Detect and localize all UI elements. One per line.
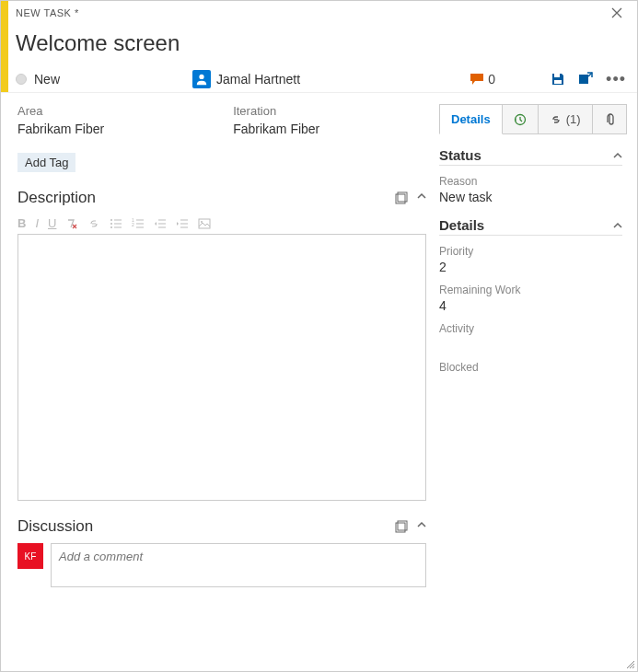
indent-button[interactable] [176, 217, 189, 230]
title-row: Welcome screen [1, 25, 637, 65]
bullet-list-button[interactable] [110, 217, 122, 230]
state-dot-icon [16, 74, 27, 85]
image-button[interactable] [198, 217, 211, 230]
work-item-type-stripe [1, 25, 8, 65]
activity-label: Activity [439, 322, 622, 335]
number-list-button[interactable]: 12 [132, 217, 145, 230]
right-pane: Details (1) Status [439, 93, 637, 671]
state-field[interactable]: New [8, 72, 192, 87]
area-field[interactable]: Area Fabrikam Fiber [17, 104, 104, 136]
comment-input[interactable] [51, 543, 426, 587]
work-item-type-stripe [1, 65, 8, 92]
iteration-value: Fabrikam Fiber [233, 122, 319, 136]
breadcrumb: NEW TASK * [8, 7, 606, 18]
add-tag-button[interactable]: Add Tag [17, 153, 75, 172]
save-icon [551, 72, 565, 87]
refresh-button[interactable] [578, 72, 593, 87]
more-actions-button[interactable]: ••• [606, 75, 626, 84]
collapse-button[interactable] [613, 151, 622, 160]
classification-fields: Area Fabrikam Fiber Iteration Fabrikam F… [17, 104, 426, 136]
status-section: Status Reason New task [439, 147, 622, 204]
collapse-button[interactable] [417, 191, 426, 204]
svg-point-8 [110, 226, 112, 228]
clear-format-icon [65, 217, 78, 230]
comment-icon [470, 73, 484, 86]
comments-number: 0 [488, 72, 495, 87]
assignee-field[interactable]: Jamal Hartnett [192, 70, 470, 88]
outdent-icon [154, 217, 167, 230]
history-icon [514, 113, 527, 126]
collapse-button[interactable] [417, 520, 426, 533]
chevron-up-icon [613, 151, 622, 160]
work-item-type-stripe [1, 1, 8, 25]
bold-button[interactable]: B [17, 216, 26, 230]
link-button[interactable] [87, 217, 100, 230]
tab-attachments[interactable] [593, 104, 627, 134]
attachment-icon [604, 113, 615, 126]
remaining-work-value: 4 [439, 298, 622, 313]
svg-rect-3 [579, 75, 588, 84]
blocked-field[interactable]: Blocked [439, 361, 622, 374]
header-bar: NEW TASK * [1, 1, 637, 25]
collapse-button[interactable] [613, 221, 622, 230]
svg-text:2: 2 [132, 222, 134, 227]
remaining-work-field[interactable]: Remaining Work 4 [439, 284, 622, 313]
discussion-input-row: KF [17, 543, 426, 587]
priority-value: 2 [439, 260, 622, 274]
close-button[interactable] [606, 4, 628, 22]
fullscreen-button[interactable] [395, 520, 408, 533]
chevron-up-icon [417, 191, 426, 201]
details-header[interactable]: Details [439, 217, 622, 236]
avatar [192, 70, 211, 88]
italic-button[interactable]: I [35, 216, 39, 230]
priority-label: Priority [439, 245, 622, 258]
work-item-form: NEW TASK * Welcome screen New Jamal Hart… [1, 1, 637, 671]
tab-history[interactable] [503, 104, 539, 134]
area-value: Fabrikam Fiber [17, 122, 104, 136]
activity-field[interactable]: Activity [439, 322, 622, 335]
description-editor[interactable] [17, 234, 426, 501]
svg-point-0 [199, 74, 203, 78]
underline-button[interactable]: U [48, 216, 56, 230]
details-title: Details [439, 217, 484, 233]
status-title: Status [439, 147, 481, 163]
work-item-title[interactable]: Welcome screen [8, 25, 180, 65]
iteration-field[interactable]: Iteration Fabrikam Fiber [233, 104, 319, 136]
details-section: Details Priority 2 Remaining Work 4 Acti… [439, 217, 622, 374]
indent-icon [176, 217, 189, 230]
bullet-list-icon [110, 217, 122, 230]
chevron-up-icon [417, 520, 426, 529]
fullscreen-icon [395, 520, 408, 533]
tab-details[interactable]: Details [439, 104, 503, 134]
discussion-title: Discussion [17, 517, 93, 536]
outdent-button[interactable] [154, 217, 167, 230]
link-icon [550, 113, 563, 126]
save-button[interactable] [551, 72, 565, 87]
iteration-label: Iteration [233, 104, 319, 118]
description-header: Description [17, 189, 426, 207]
tab-links[interactable]: (1) [539, 104, 593, 134]
description-tools [395, 191, 426, 204]
assignee-name: Jamal Hartnett [216, 72, 300, 87]
priority-field[interactable]: Priority 2 [439, 245, 622, 274]
remaining-work-label: Remaining Work [439, 284, 622, 296]
image-icon [198, 217, 211, 230]
state-label: New [34, 72, 60, 87]
svg-point-6 [110, 219, 112, 221]
reason-field[interactable]: Reason New task [439, 175, 622, 204]
comments-count[interactable]: 0 [470, 72, 495, 87]
left-pane: Area Fabrikam Fiber Iteration Fabrikam F… [1, 93, 439, 671]
status-header[interactable]: Status [439, 147, 622, 166]
links-count: (1) [566, 112, 581, 126]
fullscreen-icon [395, 191, 408, 204]
fullscreen-button[interactable] [395, 191, 408, 204]
header-actions: ••• [551, 72, 637, 87]
tab-label: Details [451, 112, 491, 126]
close-icon [611, 7, 622, 18]
info-bar: New Jamal Hartnett 0 ••• [1, 65, 637, 93]
clear-format-button[interactable] [65, 217, 78, 230]
svg-rect-1 [554, 74, 560, 77]
discussion-header: Discussion [17, 517, 426, 536]
rte-toolbar: B I U 12 [17, 214, 426, 232]
reason-value: New task [439, 190, 622, 204]
